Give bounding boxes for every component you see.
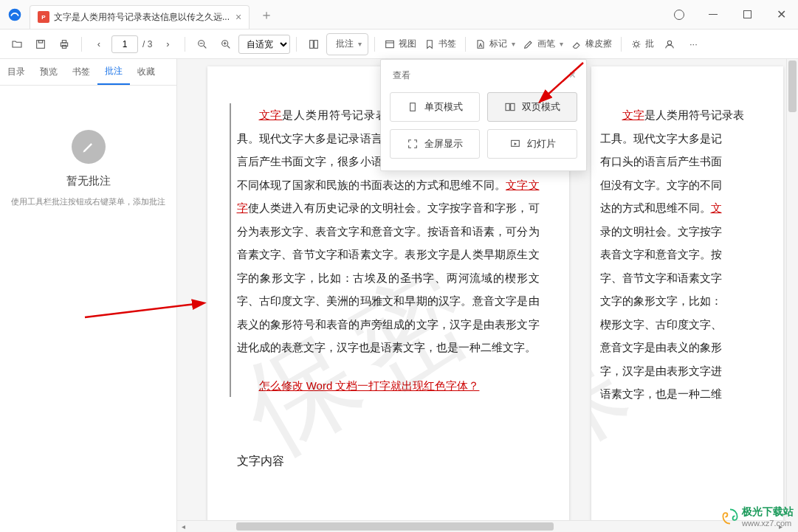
vertical-scrollbar[interactable] <box>786 59 798 517</box>
page-layout-button[interactable] <box>303 33 325 55</box>
svg-line-7 <box>204 46 206 48</box>
window-controls: ✕ <box>662 0 798 30</box>
svg-line-10 <box>227 46 230 48</box>
next-page-button[interactable]: › <box>156 33 179 55</box>
page-total: / 3 <box>142 39 152 49</box>
minimize-button[interactable] <box>696 0 730 30</box>
fullscreen-icon <box>407 138 419 150</box>
paragraph-line: 表音文字和意音文字。按 <box>600 243 774 266</box>
paragraph-line: 字、音节文字和语素文字 <box>600 266 774 290</box>
sidebar-tab-outline[interactable]: 目录 <box>0 59 32 85</box>
svg-rect-4 <box>62 40 66 42</box>
prev-page-button[interactable]: ‹ <box>88 33 110 55</box>
paragraph-line: 达的方式和思维不同。文 <box>600 196 774 220</box>
zoom-out-button[interactable] <box>191 33 213 55</box>
sidebar-tab-favorite[interactable]: 收藏 <box>130 59 162 85</box>
scroll-left-arrow[interactable]: ◂ <box>177 521 189 532</box>
double-page-icon <box>504 101 516 113</box>
fullscreen-mode-button[interactable]: 全屏显示 <box>390 129 480 159</box>
paragraph-line: 语素文字，也是一种二维 <box>600 382 774 406</box>
scroll-thumb[interactable] <box>788 61 797 112</box>
divider <box>465 37 466 52</box>
paragraph-line: 但没有文字。文字的不同 <box>600 173 774 197</box>
gear-icon <box>674 10 684 20</box>
svg-rect-2 <box>38 40 42 42</box>
popup-close-button[interactable]: × <box>569 69 576 82</box>
save-button[interactable] <box>30 33 52 55</box>
svg-point-18 <box>668 41 672 44</box>
divider <box>374 37 375 52</box>
minimize-icon <box>709 14 718 15</box>
slideshow-icon <box>509 138 521 150</box>
divider <box>81 37 82 52</box>
user-icon <box>664 38 675 50</box>
settings-button[interactable] <box>662 0 696 30</box>
mark-button[interactable]: 标记▾ <box>472 33 518 55</box>
bulk-settings-button[interactable]: 批 <box>627 33 657 55</box>
svg-rect-21 <box>511 103 515 110</box>
svg-point-0 <box>9 8 21 21</box>
double-page-mode-button[interactable]: 双页模式 <box>487 92 577 122</box>
sidebar-empty-title: 暂无批注 <box>66 174 111 188</box>
sidebar-tab-annotate[interactable]: 批注 <box>97 59 130 85</box>
maximize-button[interactable] <box>730 0 764 30</box>
bookmark-icon <box>424 38 436 50</box>
eraser-button[interactable]: 橡皮擦 <box>568 33 615 55</box>
fit-mode-select[interactable]: 自适宽 <box>238 35 290 54</box>
brush-button[interactable]: 画笔▾ <box>520 33 566 55</box>
tab-title: 文字是人类用符号记录表达信息以传之久远... <box>54 11 230 24</box>
titlebar: P 文字是人类用符号记录表达信息以传之久远... × ＋ ✕ <box>0 0 798 30</box>
more-button[interactable]: ··· <box>682 33 704 55</box>
svg-rect-1 <box>37 40 45 48</box>
sidebar-tab-preview[interactable]: 预览 <box>32 59 65 85</box>
page-2: 保密 文字是人类用符号记录表 工具。现代文字大多是记 有口头的语言后产生书面 但… <box>591 66 783 525</box>
bookmark-button[interactable]: 书签 <box>421 33 459 55</box>
close-window-button[interactable]: ✕ <box>764 0 798 30</box>
svg-rect-14 <box>314 40 318 48</box>
horizontal-scrollbar[interactable]: ◂ ▸ <box>177 520 786 532</box>
divider <box>296 37 297 52</box>
view-button[interactable]: 视图 <box>381 33 419 55</box>
red-hyperlink[interactable]: 怎么修改 Word 文档一打字就出现红色字体？ <box>237 374 480 398</box>
sidebar-tabs: 目录 预览 书签 批注 收藏 <box>0 59 176 86</box>
slideshow-mode-button[interactable]: 幻灯片 <box>487 129 577 159</box>
app-logo <box>0 7 30 22</box>
paragraph-line: 录的文明社会。文字按字 <box>600 220 774 243</box>
chevron-down-icon: ▾ <box>358 40 362 48</box>
scroll-thumb[interactable] <box>236 522 554 531</box>
pdf-icon: P <box>38 11 49 23</box>
annotate-button[interactable]: 批注▾ <box>326 33 368 55</box>
red-keyword: 文字 <box>259 108 283 121</box>
zoom-in-button[interactable] <box>215 33 237 55</box>
svg-rect-3 <box>61 43 67 46</box>
open-file-button[interactable] <box>6 33 28 55</box>
pencil-circle-icon <box>72 130 106 164</box>
print-icon <box>58 38 70 50</box>
document-tab[interactable]: P 文字是人类用符号记录表达信息以传之久远... × <box>30 5 250 29</box>
mark-icon <box>475 38 486 50</box>
chevron-down-icon: ▾ <box>512 40 515 48</box>
paragraph-line: 字，汉字是由表形文字进 <box>600 359 774 383</box>
maximize-icon <box>743 10 751 18</box>
sidebar: 目录 预览 书签 批注 收藏 暂无批注 使用工具栏批注按钮或右键菜单，添加批注 <box>0 59 177 532</box>
view-mode-popup: 查看 × 单页模式 双页模式 全屏显示 幻灯片 <box>380 59 587 171</box>
paragraph-line: 意音文字是由表义的象形 <box>600 336 774 359</box>
single-page-icon <box>407 101 419 113</box>
sidebar-empty-sub: 使用工具栏批注按钮或右键菜单，添加批注 <box>11 196 165 209</box>
tab-close-button[interactable]: × <box>235 11 241 23</box>
eraser-icon <box>571 38 582 50</box>
paragraph-line: 文字的象形文字，比如： <box>600 289 774 313</box>
new-tab-button[interactable]: ＋ <box>257 3 276 27</box>
popup-title: 查看 <box>393 69 410 82</box>
sidebar-tab-bookmark[interactable]: 书签 <box>65 59 97 85</box>
page-input[interactable] <box>111 35 138 53</box>
save-icon <box>35 38 47 50</box>
single-page-mode-button[interactable]: 单页模式 <box>390 92 480 122</box>
divider <box>621 37 622 52</box>
site-logo-icon <box>721 508 739 525</box>
page-layout-icon <box>308 38 320 50</box>
user-button[interactable] <box>658 33 681 55</box>
close-icon: ✕ <box>777 7 786 21</box>
print-button[interactable] <box>53 33 75 55</box>
section-heading: 文字内容 <box>237 449 540 474</box>
